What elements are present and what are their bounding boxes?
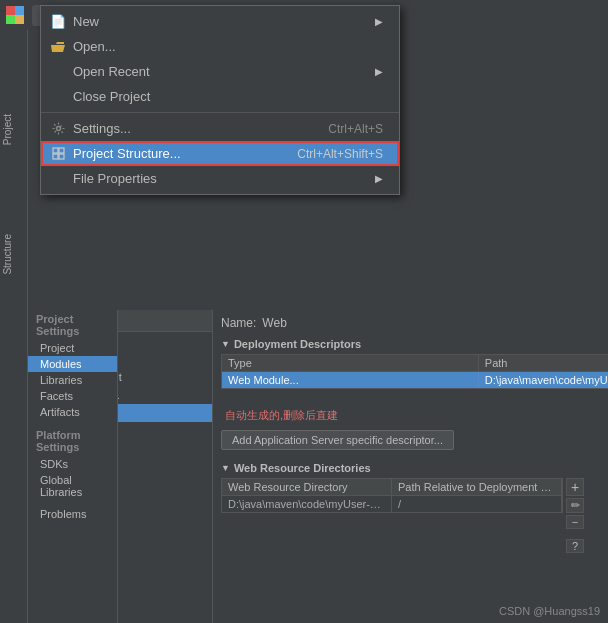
svg-rect-8 <box>59 154 64 159</box>
svg-rect-7 <box>53 154 58 159</box>
svg-rect-6 <box>59 148 64 153</box>
dropdown-overlay[interactable]: 📄 New ▶ Open... Open Recent ▶ Close Proj… <box>0 0 608 623</box>
open-recent-arrow: ▶ <box>375 66 383 77</box>
menu-item-open[interactable]: Open... <box>41 34 399 59</box>
file-properties-arrow: ▶ <box>375 173 383 184</box>
settings-shortcut: Ctrl+Alt+S <box>328 122 383 136</box>
menu-item-file-properties[interactable]: File Properties ▶ <box>41 166 399 191</box>
menu-separator-1 <box>41 112 399 113</box>
menu-item-open-label: Open... <box>73 39 116 54</box>
menu-item-open-recent[interactable]: Open Recent ▶ <box>41 59 399 84</box>
menu-item-project-structure-label: Project Structure... <box>73 146 181 161</box>
menu-item-settings-label: Settings... <box>73 121 131 136</box>
new-icon: 📄 <box>47 14 69 29</box>
menu-item-open-recent-label: Open Recent <box>73 64 150 79</box>
menu-item-close-project-label: Close Project <box>73 89 150 104</box>
menu-item-project-structure[interactable]: Project Structure... Ctrl+Alt+Shift+S <box>41 141 399 166</box>
new-arrow: ▶ <box>375 16 383 27</box>
menu-item-settings[interactable]: Settings... Ctrl+Alt+S <box>41 116 399 141</box>
menu-item-file-properties-label: File Properties <box>73 171 157 186</box>
svg-point-4 <box>56 127 60 131</box>
open-icon <box>47 41 69 53</box>
menu-item-new-label: New <box>73 14 99 29</box>
menu-item-close-project[interactable]: Close Project <box>41 84 399 109</box>
project-structure-shortcut: Ctrl+Alt+Shift+S <box>297 147 383 161</box>
menu-item-new[interactable]: 📄 New ▶ <box>41 9 399 34</box>
svg-rect-5 <box>53 148 58 153</box>
settings-icon <box>47 122 69 135</box>
file-menu: 📄 New ▶ Open... Open Recent ▶ Close Proj… <box>40 5 400 195</box>
project-structure-icon <box>47 147 69 160</box>
